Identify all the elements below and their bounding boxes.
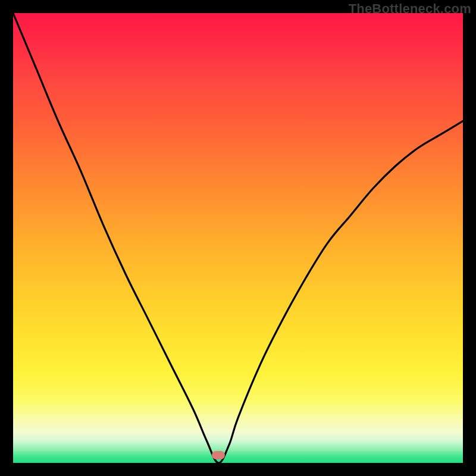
plot-area <box>13 13 463 463</box>
chart-frame: TheBottleneck.com <box>0 0 476 476</box>
curve-path <box>13 13 463 463</box>
watermark-text: TheBottleneck.com <box>349 1 471 17</box>
bottleneck-curve <box>13 13 463 463</box>
optimal-marker <box>212 451 225 459</box>
